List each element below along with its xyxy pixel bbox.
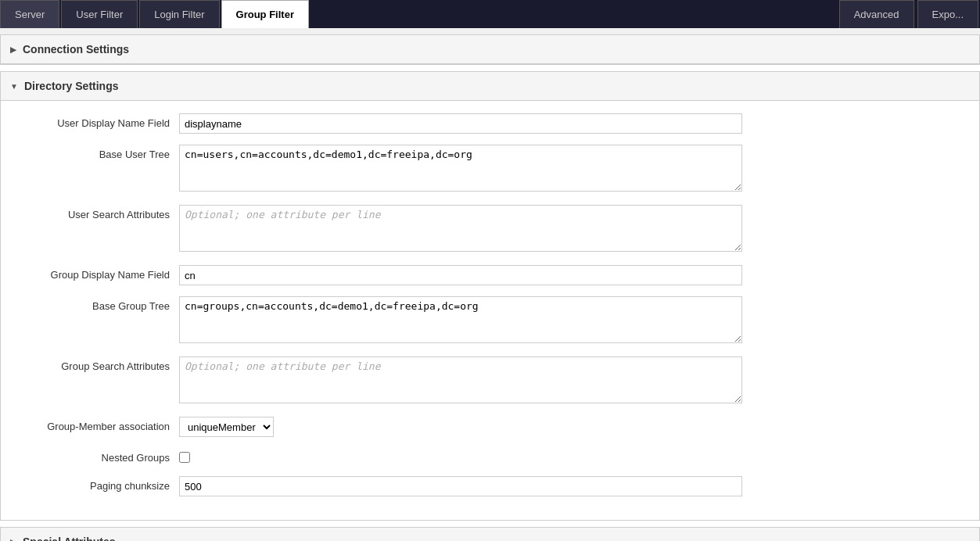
user-display-name-wrap — [179, 113, 742, 134]
group-search-attrs-row: Group Search Attributes — [7, 356, 973, 406]
tab-login-filter[interactable]: Login Filter — [139, 0, 219, 28]
directory-settings-body: User Display Name Field Base User Tree U… — [1, 101, 979, 520]
paging-chunksize-label: Paging chunksize — [7, 476, 179, 492]
paging-chunksize-wrap — [179, 476, 742, 496]
directory-settings-section: ▼ Directory Settings User Display Name F… — [0, 71, 980, 521]
user-search-attrs-label: User Search Attributes — [7, 205, 179, 220]
group-display-name-row: Group Display Name Field — [7, 265, 973, 285]
directory-settings-header[interactable]: ▼ Directory Settings — [1, 72, 979, 101]
base-group-tree-input[interactable] — [179, 296, 742, 343]
group-display-name-wrap — [179, 265, 742, 285]
special-attributes-header[interactable]: ▶ Special Attributes — [1, 528, 979, 541]
tab-user-filter[interactable]: User Filter — [61, 0, 138, 28]
group-member-assoc-wrap: uniqueMember member memberUid — [179, 417, 742, 437]
group-display-name-label: Group Display Name Field — [7, 265, 179, 281]
group-search-attrs-label: Group Search Attributes — [7, 356, 179, 372]
special-attributes-title: Special Attributes — [23, 536, 116, 541]
group-member-assoc-label: Group-Member association — [7, 417, 179, 432]
nested-groups-label: Nested Groups — [7, 448, 179, 464]
base-group-tree-row: Base Group Tree — [7, 296, 973, 346]
connection-settings-header[interactable]: ▶ Connection Settings — [1, 35, 979, 64]
tab-export[interactable]: Expo... — [917, 0, 978, 28]
connection-settings-section: ▶ Connection Settings — [0, 34, 980, 65]
tab-bar: Server User Filter Login Filter Group Fi… — [0, 0, 980, 28]
user-display-name-input[interactable] — [179, 113, 742, 134]
special-attributes-section: ▶ Special Attributes — [0, 527, 980, 541]
directory-settings-toggle-icon: ▼ — [10, 82, 18, 91]
user-display-name-row: User Display Name Field — [7, 113, 973, 134]
tab-group-filter[interactable]: Group Filter — [221, 0, 309, 28]
nested-groups-row: Nested Groups — [7, 448, 973, 465]
user-search-attrs-input[interactable] — [179, 205, 742, 252]
base-user-tree-wrap — [179, 145, 742, 194]
group-search-attrs-input[interactable] — [179, 356, 742, 403]
group-display-name-input[interactable] — [179, 265, 742, 285]
connection-settings-toggle-icon: ▶ — [10, 45, 16, 54]
base-user-tree-label: Base User Tree — [7, 145, 179, 160]
user-display-name-label: User Display Name Field — [7, 113, 179, 129]
main-content: ▶ Connection Settings ▼ Directory Settin… — [0, 34, 980, 541]
base-group-tree-label: Base Group Tree — [7, 296, 179, 312]
group-member-assoc-row: Group-Member association uniqueMember me… — [7, 417, 973, 437]
tab-spacer — [311, 0, 838, 28]
group-search-attrs-wrap — [179, 356, 742, 406]
connection-settings-title: Connection Settings — [23, 43, 129, 56]
nested-groups-checkbox[interactable] — [179, 452, 190, 463]
paging-chunksize-row: Paging chunksize — [7, 476, 973, 496]
tab-server[interactable]: Server — [0, 0, 59, 28]
tab-advanced[interactable]: Advanced — [839, 0, 914, 28]
user-search-attrs-wrap — [179, 205, 742, 254]
special-attributes-toggle-icon: ▶ — [10, 538, 16, 542]
user-search-attrs-row: User Search Attributes — [7, 205, 973, 254]
nested-groups-wrap — [179, 448, 742, 465]
group-member-assoc-select[interactable]: uniqueMember member memberUid — [179, 417, 274, 437]
paging-chunksize-input[interactable] — [179, 476, 742, 496]
directory-settings-title: Directory Settings — [24, 80, 119, 92]
base-user-tree-row: Base User Tree — [7, 145, 973, 194]
base-user-tree-input[interactable] — [179, 145, 742, 192]
base-group-tree-wrap — [179, 296, 742, 346]
